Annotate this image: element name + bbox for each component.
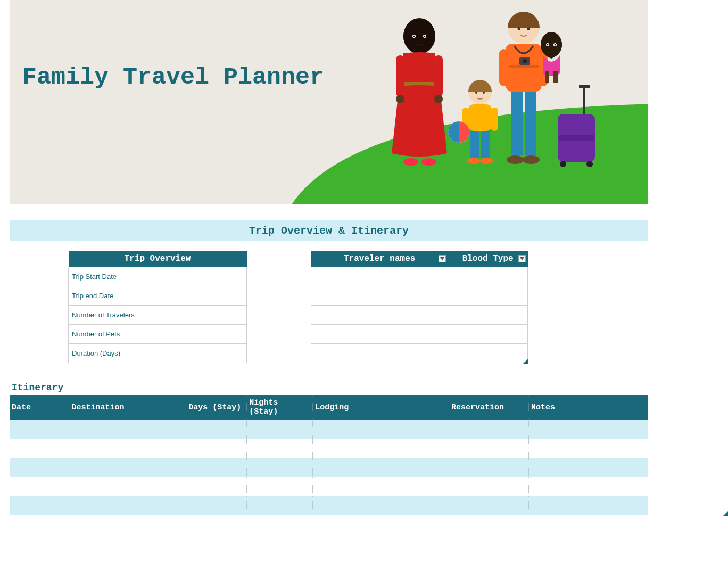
blood-type-header-label: Blood Type (462, 254, 514, 264)
svg-rect-16 (525, 92, 536, 155)
itinerary-date-header: Date (10, 395, 69, 420)
itinerary-reservation-input[interactable] (449, 439, 529, 458)
traveler-table: Traveler names Blood Type (311, 251, 528, 363)
svg-point-49 (421, 158, 436, 166)
svg-rect-24 (545, 71, 549, 83)
traveler-name-input[interactable] (311, 325, 448, 344)
itinerary-lodging-input[interactable] (313, 496, 449, 515)
itinerary-destination-input[interactable] (69, 420, 186, 439)
svg-point-22 (547, 44, 549, 46)
itinerary-days-input[interactable] (186, 420, 247, 439)
table-row (10, 420, 648, 439)
svg-rect-3 (579, 85, 590, 88)
traveler-names-header: Traveler names (311, 251, 448, 267)
table-resize-handle[interactable] (523, 358, 528, 364)
itinerary-nights-input[interactable] (247, 420, 313, 439)
itinerary-destination-input[interactable] (69, 477, 186, 496)
traveler-name-input[interactable] (311, 306, 448, 325)
svg-point-34 (467, 158, 480, 164)
itinerary-notes-input[interactable] (529, 420, 648, 439)
blood-type-input[interactable] (448, 267, 528, 286)
itinerary-nights-input[interactable] (247, 477, 313, 496)
svg-point-41 (424, 36, 426, 37)
itinerary-notes-input[interactable] (529, 496, 648, 515)
itinerary-date-input[interactable] (10, 477, 69, 496)
itinerary-nights-input[interactable] (247, 496, 313, 515)
traveler-names-header-label: Traveler names (344, 254, 415, 264)
family-illustration (387, 2, 600, 183)
trip-end-date-input[interactable] (186, 286, 247, 306)
duration-input[interactable] (186, 344, 247, 363)
svg-point-46 (396, 95, 404, 103)
itinerary-lodging-input[interactable] (313, 439, 449, 458)
itinerary-reservation-input[interactable] (449, 477, 529, 496)
blood-type-input[interactable] (448, 306, 528, 325)
svg-point-27 (475, 92, 477, 94)
table-row: Trip Start Date (69, 267, 247, 286)
itinerary-notes-input[interactable] (529, 477, 648, 496)
itinerary-nights-input[interactable] (247, 458, 313, 477)
table-row: Trip end Date (69, 286, 247, 306)
table-row (311, 325, 528, 344)
svg-rect-45 (434, 55, 443, 97)
itinerary-destination-input[interactable] (69, 439, 186, 458)
itinerary-lodging-header: Lodging (313, 395, 449, 420)
blood-type-filter-button[interactable] (518, 255, 526, 262)
chevron-down-icon (520, 257, 524, 260)
blood-type-input[interactable] (448, 344, 528, 363)
traveler-names-filter-button[interactable] (439, 255, 446, 262)
table-row (311, 344, 528, 363)
svg-point-17 (507, 155, 524, 164)
svg-rect-29 (468, 104, 492, 131)
hero-banner: Family Travel Planner (10, 0, 648, 204)
itinerary-notes-input[interactable] (529, 458, 648, 477)
itinerary-lodging-input[interactable] (313, 458, 449, 477)
itinerary-days-input[interactable] (186, 439, 247, 458)
itinerary-days-input[interactable] (186, 458, 247, 477)
itinerary-reservation-input[interactable] (449, 420, 529, 439)
traveler-name-input[interactable] (311, 286, 448, 306)
itinerary-lodging-input[interactable] (313, 420, 449, 439)
trip-end-date-label: Trip end Date (69, 286, 186, 306)
svg-rect-1 (559, 135, 594, 141)
itinerary-reservation-header: Reservation (449, 395, 529, 420)
overview-row: Trip Overview Trip Start Date Trip end D… (10, 251, 728, 363)
itinerary-notes-input[interactable] (529, 439, 648, 458)
num-pets-input[interactable] (186, 325, 247, 344)
svg-rect-25 (553, 71, 558, 83)
itinerary-nights-header: Nights (Stay) (247, 395, 313, 420)
svg-rect-11 (499, 49, 509, 86)
itinerary-days-input[interactable] (186, 496, 247, 515)
num-travelers-input[interactable] (186, 306, 247, 325)
itinerary-destination-input[interactable] (69, 458, 186, 477)
chevron-down-icon (440, 257, 444, 260)
svg-rect-33 (481, 131, 490, 158)
itinerary-date-input[interactable] (10, 458, 69, 477)
traveler-name-input[interactable] (311, 344, 448, 363)
itinerary-reservation-input[interactable] (449, 496, 529, 515)
itinerary-notes-header: Notes (529, 395, 648, 420)
svg-point-23 (555, 44, 556, 46)
itinerary-destination-input[interactable] (69, 496, 186, 515)
svg-point-28 (483, 92, 485, 94)
trip-start-date-input[interactable] (186, 267, 247, 286)
table-resize-handle[interactable] (723, 511, 728, 516)
table-row (10, 496, 648, 515)
itinerary-reservation-input[interactable] (449, 458, 529, 477)
traveler-name-input[interactable] (311, 267, 448, 286)
itinerary-table: Date Destination Days (Stay) Nights (Sta… (10, 395, 648, 515)
itinerary-date-input[interactable] (10, 420, 69, 439)
itinerary-lodging-input[interactable] (313, 477, 449, 496)
table-row (10, 458, 648, 477)
itinerary-nights-input[interactable] (247, 439, 313, 458)
svg-rect-44 (396, 55, 404, 97)
svg-point-7 (518, 28, 520, 30)
table-row (311, 286, 528, 306)
blood-type-header: Blood Type (448, 251, 528, 267)
itinerary-date-input[interactable] (10, 496, 69, 515)
itinerary-days-input[interactable] (186, 477, 247, 496)
blood-type-input[interactable] (448, 286, 528, 306)
svg-point-48 (403, 158, 418, 166)
itinerary-date-input[interactable] (10, 439, 69, 458)
blood-type-input[interactable] (448, 325, 528, 344)
